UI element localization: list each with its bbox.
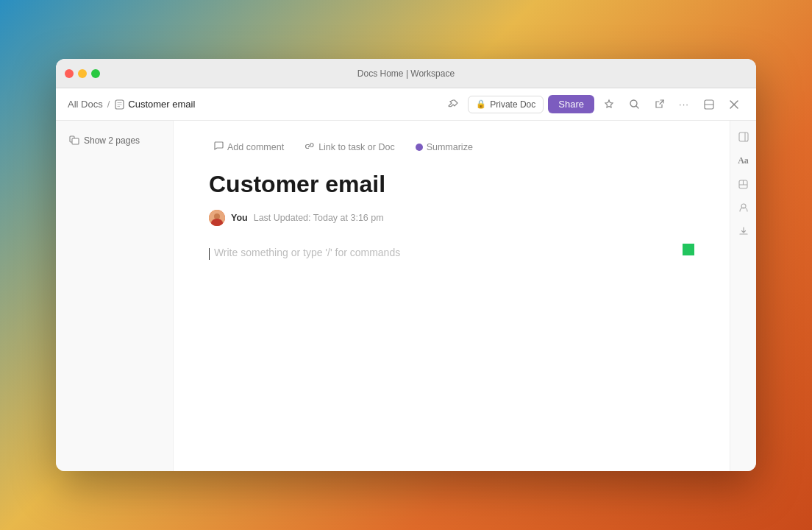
editor-area[interactable]: Add comment Link to task or Doc Summar xyxy=(174,121,730,471)
svg-point-15 xyxy=(213,220,221,226)
breadcrumb: All Docs / Customer email xyxy=(68,99,437,110)
svg-point-14 xyxy=(214,213,220,219)
svg-rect-12 xyxy=(72,138,79,144)
link-to-task-label: Link to task or Doc xyxy=(318,142,395,152)
author-row: You Last Updated: Today at 3:16 pm xyxy=(209,210,694,226)
right-sidebar: Aa xyxy=(730,121,756,471)
svg-point-16 xyxy=(683,244,694,255)
download-button[interactable] xyxy=(733,221,754,241)
editor-placeholder: Write something or type '/' for commands xyxy=(214,247,400,258)
show-pages-label: Show 2 pages xyxy=(84,135,140,146)
document-title: Customer email xyxy=(209,170,694,198)
breadcrumb-separator: / xyxy=(107,99,110,110)
text-cursor xyxy=(209,248,210,260)
minimize-button[interactable] xyxy=(78,69,87,78)
content-area: Show 2 pages Add comment xyxy=(56,121,756,471)
private-doc-label: Private Doc xyxy=(490,99,535,110)
author-name: You xyxy=(231,213,248,223)
private-doc-button[interactable]: 🔒 Private Doc xyxy=(468,96,544,113)
svg-rect-17 xyxy=(739,132,748,141)
search-button[interactable] xyxy=(624,94,644,115)
toolbar-actions: 🔒 Private Doc Share xyxy=(443,94,744,115)
close-button[interactable] xyxy=(65,69,74,78)
link-icon xyxy=(304,141,315,153)
summarize-label: Summarize xyxy=(427,142,473,152)
summarize-dot-icon xyxy=(416,144,423,151)
editor-input[interactable]: Write something or type '/' for commands xyxy=(209,244,694,262)
text-format-button[interactable]: Aa xyxy=(733,150,754,171)
more-options-button[interactable]: ··· xyxy=(674,94,694,115)
pin-button[interactable] xyxy=(443,94,463,115)
right-collapse-button[interactable] xyxy=(733,127,754,147)
title-bar: Docs Home | Workspace xyxy=(56,59,756,88)
share-button[interactable]: Share xyxy=(548,95,594,113)
summarize-button[interactable]: Summarize xyxy=(411,140,477,155)
action-bar: Add comment Link to task or Doc Summar xyxy=(209,138,694,155)
more-options-icon: ··· xyxy=(679,99,689,110)
add-comment-label: Add comment xyxy=(227,142,284,152)
export-button[interactable] xyxy=(649,94,669,115)
last-updated: Last Updated: Today at 3:16 pm xyxy=(254,213,384,223)
show-pages-button[interactable]: Show 2 pages xyxy=(65,132,144,149)
avatar xyxy=(209,210,225,226)
close-window-button[interactable] xyxy=(724,94,744,115)
editor-content-row: Write something or type '/' for commands xyxy=(209,244,694,262)
collapse-button[interactable] xyxy=(699,94,719,115)
breadcrumb-current-label: Customer email xyxy=(128,99,195,110)
toolbar: All Docs / Customer email xyxy=(56,88,756,121)
expand-view-button[interactable] xyxy=(733,174,754,194)
left-sidebar: Show 2 pages xyxy=(56,121,174,471)
traffic-lights xyxy=(65,69,100,78)
doc-icon xyxy=(114,99,124,110)
online-indicator xyxy=(683,244,694,255)
add-comment-button[interactable]: Add comment xyxy=(209,138,288,155)
link-to-task-button[interactable]: Link to task or Doc xyxy=(300,138,399,155)
breadcrumb-parent[interactable]: All Docs xyxy=(68,99,103,110)
svg-line-6 xyxy=(660,100,663,105)
window-title: Docs Home | Workspace xyxy=(357,68,455,79)
breadcrumb-current: Customer email xyxy=(114,99,195,110)
collaborators-button[interactable] xyxy=(733,197,754,218)
star-button[interactable] xyxy=(599,94,619,115)
lock-icon: 🔒 xyxy=(476,99,486,109)
app-window: Docs Home | Workspace All Docs / Custome… xyxy=(56,59,756,471)
svg-line-5 xyxy=(636,106,638,108)
comment-icon xyxy=(213,141,224,153)
maximize-button[interactable] xyxy=(91,69,100,78)
text-format-icon: Aa xyxy=(738,155,749,166)
